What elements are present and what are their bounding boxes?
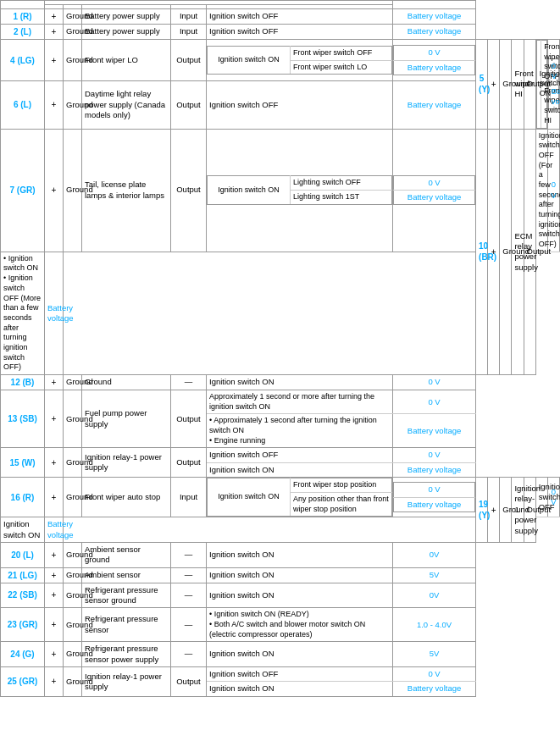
plus-cell: + bbox=[45, 25, 64, 40]
signal-cell: Ambient sensor ground bbox=[82, 542, 171, 567]
value-cell: 0 VBattery voltage bbox=[393, 129, 476, 252]
condition-cell: Ignition switch ONLighting switch OFFLig… bbox=[207, 129, 393, 252]
condition-cell: Ignition switch ON bbox=[207, 567, 393, 583]
table-row: 1 (R)+GroundBattery power supplyInputIgn… bbox=[1, 9, 560, 25]
condition-cell: Ignition switch ON bbox=[207, 583, 393, 608]
condition-cell: Ignition switch ON bbox=[207, 375, 393, 390]
ground-cell: Ground bbox=[64, 81, 82, 129]
plus-cell: + bbox=[45, 478, 64, 517]
table-row: 21 (LG)+GroundAmbient sensor—Ignition sw… bbox=[1, 567, 560, 583]
ground-cell: Ground bbox=[64, 642, 82, 667]
value-cell: 0V bbox=[393, 583, 476, 608]
io-cell: Output bbox=[171, 81, 207, 129]
io-cell: Output bbox=[171, 390, 207, 448]
value-cell: 5V bbox=[393, 642, 476, 667]
terminal-cell: 10 (BR) bbox=[476, 129, 488, 375]
plus-cell: + bbox=[45, 642, 64, 667]
condition-cell: Ignition switch OFF bbox=[207, 667, 393, 682]
terminal-cell: 24 (G) bbox=[1, 642, 45, 667]
table-row: 25 (GR)+GroundIgnition relay-1 power sup… bbox=[1, 667, 560, 682]
terminal-cell: 20 (L) bbox=[1, 542, 45, 567]
value-cell: 0V bbox=[393, 542, 476, 567]
io-cell: Output bbox=[171, 667, 207, 697]
ground-cell: Ground bbox=[64, 9, 82, 25]
signal-cell: Battery power supply bbox=[82, 9, 171, 25]
condition-cell: Ignition switch ON bbox=[207, 682, 393, 696]
plus-cell: + bbox=[45, 542, 64, 567]
ground-cell: Ground bbox=[500, 129, 512, 375]
signal-cell: Ambient sensor bbox=[82, 567, 171, 583]
io-cell: Input bbox=[171, 478, 207, 517]
signal-cell: Daytime light relay power supply (Canada… bbox=[82, 81, 171, 129]
terminal-cell: 6 (L) bbox=[1, 81, 45, 129]
plus-cell: + bbox=[45, 129, 64, 252]
signal-cell: Refrigerant pressure sensor bbox=[82, 608, 171, 642]
value-cell: 1.0 - 4.0V bbox=[393, 608, 476, 642]
plus-cell: + bbox=[45, 608, 64, 642]
value-cell: 0 VBattery voltage bbox=[393, 478, 476, 517]
table-row: 23 (GR)+GroundRefrigerant pressure senso… bbox=[1, 608, 560, 642]
terminal-cell: 7 (GR) bbox=[1, 129, 45, 252]
value-cell: Battery voltage bbox=[393, 25, 476, 40]
value-cell: Battery voltage bbox=[393, 81, 476, 129]
value-cell: Battery voltage bbox=[393, 682, 476, 696]
table-row: 12 (B)+GroundGround—Ignition switch ON0 … bbox=[1, 375, 560, 390]
main-table: 1 (R)+GroundBattery power supplyInputIgn… bbox=[0, 0, 560, 697]
value-cell: 0 V bbox=[393, 448, 476, 462]
value-cell: Battery voltage bbox=[393, 462, 476, 477]
ground-cell: Ground bbox=[64, 567, 82, 583]
condition-cell: Ignition switch OFF (For a few seconds a… bbox=[535, 129, 547, 252]
terminal-cell: 5 (Y) bbox=[476, 40, 488, 130]
io-cell: Input bbox=[171, 25, 207, 40]
plus-cell: + bbox=[45, 40, 64, 81]
condition-cell: Ignition switch OFF bbox=[207, 9, 393, 25]
terminal-cell: 13 (SB) bbox=[1, 390, 45, 448]
plus-cell: + bbox=[45, 9, 64, 25]
plus-cell: + bbox=[45, 448, 64, 478]
ground-cell: Ground bbox=[500, 478, 512, 543]
table-row: 13 (SB)+GroundFuel pump power supplyOutp… bbox=[1, 390, 560, 414]
value-cell: Battery voltage bbox=[393, 9, 476, 25]
value-cell: 0 VBattery voltage bbox=[393, 40, 476, 81]
condition-cell: Ignition switch ONFront wiper switch OFF… bbox=[207, 40, 393, 81]
terminal-header bbox=[1, 1, 45, 9]
ground-cell: Ground bbox=[64, 667, 82, 697]
table-row: 6 (L)+GroundDaytime light relay power su… bbox=[1, 81, 560, 129]
signal-cell: Tail, license plate lamps & interior lam… bbox=[82, 129, 171, 252]
signal-cell: Ignition relay-1 power supply bbox=[82, 667, 171, 697]
ground-cell: Ground bbox=[64, 608, 82, 642]
io-cell: Output bbox=[171, 40, 207, 81]
plus-cell: + bbox=[45, 390, 64, 448]
terminal-cell: 22 (SB) bbox=[1, 583, 45, 608]
value-cell: 0 V bbox=[393, 375, 476, 390]
condition-cell: • Ignition switch ON • Ignition switch O… bbox=[1, 252, 45, 374]
ground-cell: Ground bbox=[500, 40, 512, 130]
io-cell: Output bbox=[171, 448, 207, 478]
ground-cell: Ground bbox=[64, 390, 82, 448]
plus-cell: + bbox=[45, 375, 64, 390]
signal-cell: Front wiper HI bbox=[512, 40, 524, 130]
signal-cell: Fuel pump power supply bbox=[82, 390, 171, 448]
signal-cell: Front wiper auto stop bbox=[82, 478, 171, 517]
io-cell: — bbox=[171, 583, 207, 608]
terminal-cell: 21 (LG) bbox=[1, 567, 45, 583]
terminal-cell: 2 (L) bbox=[1, 25, 45, 40]
plus-cell: + bbox=[45, 81, 64, 129]
io-cell: — bbox=[171, 567, 207, 583]
table-row: 15 (W)+GroundIgnition relay-1 power supp… bbox=[1, 448, 560, 462]
terminal-cell: 12 (B) bbox=[1, 375, 45, 390]
value-cell: 0 V bbox=[393, 667, 476, 682]
value-cell: 5V bbox=[393, 567, 476, 583]
value-cell: Battery voltage bbox=[45, 517, 64, 543]
io-cell: Input bbox=[171, 9, 207, 25]
terminal-cell: 4 (LG) bbox=[1, 40, 45, 81]
condition-cell: Approximately 1 second or more after tur… bbox=[207, 390, 393, 414]
condition-cell: Ignition switch ON bbox=[207, 462, 393, 477]
terminal-cell: 23 (GR) bbox=[1, 608, 45, 642]
condition-cell: Ignition switch ONFront wiper stop posit… bbox=[207, 478, 393, 517]
signal-cell: Front wiper LO bbox=[82, 40, 171, 81]
condition-cell: Ignition switch ON bbox=[207, 642, 393, 667]
condition-cell: Ignition switch OFF bbox=[207, 81, 393, 129]
condition-cell: • Approximately 1 second after turning t… bbox=[207, 414, 393, 448]
ground-cell: Ground bbox=[64, 448, 82, 478]
